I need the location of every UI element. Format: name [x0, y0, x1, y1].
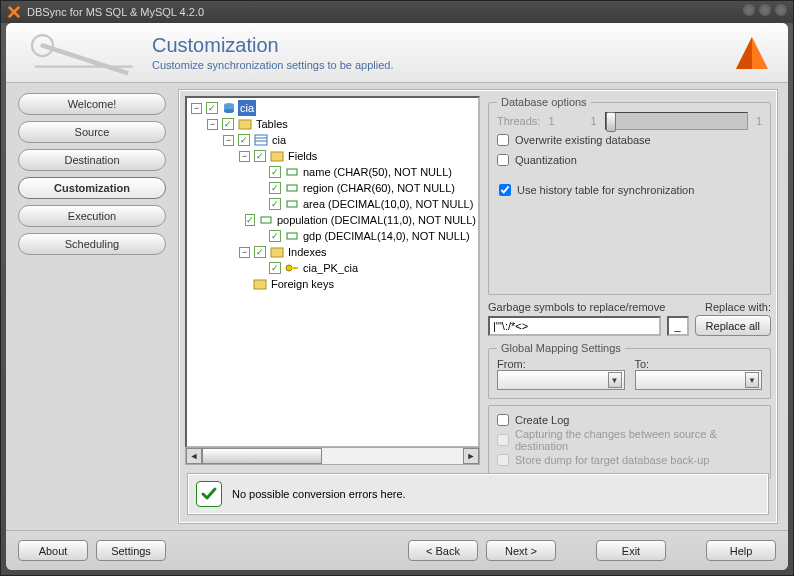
tree-checkbox[interactable] [269, 230, 281, 242]
svg-point-5 [224, 109, 234, 113]
database-icon [222, 102, 236, 114]
scroll-right-icon[interactable]: ► [463, 448, 479, 464]
field-icon [285, 230, 299, 242]
tree-node-indexes[interactable]: Indexes [286, 244, 329, 260]
garbage-symbols-label: Garbage symbols to replace/remove [488, 301, 665, 313]
tree-collapse-icon[interactable]: − [223, 135, 234, 146]
sidebar-item-execution[interactable]: Execution [18, 205, 166, 227]
app-icon [7, 5, 21, 19]
tree-checkbox[interactable] [254, 246, 266, 258]
create-log-label: Create Log [515, 414, 569, 426]
content-panel: − cia − Tables [178, 89, 778, 524]
tree-collapse-icon[interactable]: − [191, 103, 202, 114]
tree-node-field[interactable]: gdp (DECIMAL(14,0), NOT NULL) [301, 228, 472, 244]
tree-checkbox[interactable] [269, 166, 281, 178]
replace-with-label: Replace with: [705, 301, 771, 313]
page-subtitle: Customize synchronization settings to be… [152, 59, 394, 71]
client-area: Customization Customize synchronization … [6, 23, 788, 570]
tree-node-foreign-keys[interactable]: Foreign keys [269, 276, 336, 292]
back-button[interactable]: < Back [408, 540, 478, 561]
header-graphic [20, 28, 140, 78]
options-panel: Database options Threads: 1 1 1 [484, 90, 777, 465]
tree-checkbox[interactable] [269, 182, 281, 194]
maximize-icon[interactable] [759, 4, 771, 16]
replace-with-input[interactable] [667, 316, 689, 336]
tree-node-field[interactable]: name (CHAR(50), NOT NULL) [301, 164, 454, 180]
sidebar-item-scheduling[interactable]: Scheduling [18, 233, 166, 255]
quantization-checkbox[interactable] [497, 154, 509, 166]
tree-horizontal-scrollbar[interactable]: ◄ ► [185, 447, 480, 465]
tree-checkbox[interactable] [222, 118, 234, 130]
close-icon[interactable] [775, 4, 787, 16]
overwrite-checkbox[interactable] [497, 134, 509, 146]
titlebar[interactable]: DBSync for MS SQL & MySQL 4.2.0 [1, 1, 793, 23]
tree-checkbox[interactable] [245, 214, 255, 226]
database-options-legend: Database options [497, 96, 591, 108]
chevron-down-icon: ▼ [608, 372, 622, 388]
create-log-checkbox[interactable] [497, 414, 509, 426]
tree-collapse-icon[interactable]: − [239, 247, 250, 258]
slider-thumb[interactable] [606, 112, 616, 132]
mapping-from-label: From: [497, 358, 625, 370]
about-button[interactable]: About [18, 540, 88, 561]
tree-node-table[interactable]: cia [270, 132, 288, 148]
tree-checkbox[interactable] [206, 102, 218, 114]
store-dump-checkbox [497, 454, 509, 466]
tree-checkbox[interactable] [254, 150, 266, 162]
next-button[interactable]: Next > [486, 540, 556, 561]
svg-rect-19 [254, 280, 266, 289]
sidebar-item-customization[interactable]: Customization [18, 177, 166, 199]
quantization-label: Quantization [515, 154, 577, 166]
tree-collapse-icon[interactable]: − [239, 151, 250, 162]
table-icon [254, 134, 268, 146]
page-header: Customization Customize synchronization … [6, 23, 788, 83]
tree-node-field[interactable]: region (CHAR(60), NOT NULL) [301, 180, 457, 196]
tree-checkbox[interactable] [238, 134, 250, 146]
field-icon [259, 214, 273, 226]
sidebar: Welcome! Source Destination Customizatio… [12, 89, 172, 524]
schema-tree[interactable]: − cia − Tables [185, 96, 480, 448]
window-title: DBSync for MS SQL & MySQL 4.2.0 [27, 6, 204, 18]
key-icon [285, 262, 299, 274]
tree-collapse-icon[interactable]: − [207, 119, 218, 130]
exit-button[interactable]: Exit [596, 540, 666, 561]
scroll-track[interactable] [202, 448, 463, 464]
settings-button[interactable]: Settings [96, 540, 166, 561]
global-mapping-group: Global Mapping Settings From: ▼ To: ▼ [488, 342, 771, 399]
tree-node-fields[interactable]: Fields [286, 148, 319, 164]
mapping-to-combo[interactable]: ▼ [635, 370, 763, 390]
sidebar-item-destination[interactable]: Destination [18, 149, 166, 171]
history-table-label: Use history table for synchronization [517, 184, 694, 196]
tree-node-tables[interactable]: Tables [254, 116, 290, 132]
scroll-thumb[interactable] [202, 448, 322, 464]
global-mapping-legend: Global Mapping Settings [497, 342, 625, 354]
threads-max: 1 [756, 115, 762, 127]
store-dump-label: Store dump for target database back-up [515, 454, 709, 466]
svg-rect-7 [255, 135, 267, 145]
folder-icon [270, 150, 284, 162]
tree-node-index[interactable]: cia_PK_cia [301, 260, 360, 276]
svg-rect-16 [271, 248, 283, 257]
svg-rect-12 [287, 185, 297, 191]
tree-node-database[interactable]: cia [238, 100, 256, 116]
svg-rect-10 [271, 152, 283, 161]
threads-slider[interactable] [605, 112, 748, 130]
history-table-checkbox[interactable] [499, 184, 511, 196]
tree-checkbox[interactable] [269, 198, 281, 210]
replace-all-button[interactable]: Replace all [695, 315, 771, 336]
status-ok-icon [196, 481, 222, 507]
tree-checkbox[interactable] [269, 262, 281, 274]
mapping-from-combo[interactable]: ▼ [497, 370, 625, 390]
threads-min: 1 [591, 115, 597, 127]
sidebar-item-source[interactable]: Source [18, 121, 166, 143]
tree-node-field[interactable]: area (DECIMAL(10,0), NOT NULL) [301, 196, 475, 212]
garbage-symbols-input[interactable] [488, 316, 661, 336]
threads-value: 1 [548, 115, 554, 127]
help-button[interactable]: Help [706, 540, 776, 561]
tree-node-field[interactable]: population (DECIMAL(11,0), NOT NULL) [275, 212, 478, 228]
sidebar-item-welcome[interactable]: Welcome! [18, 93, 166, 115]
page-title: Customization [152, 34, 394, 57]
scroll-left-icon[interactable]: ◄ [186, 448, 202, 464]
minimize-icon[interactable] [743, 4, 755, 16]
svg-rect-14 [261, 217, 271, 223]
